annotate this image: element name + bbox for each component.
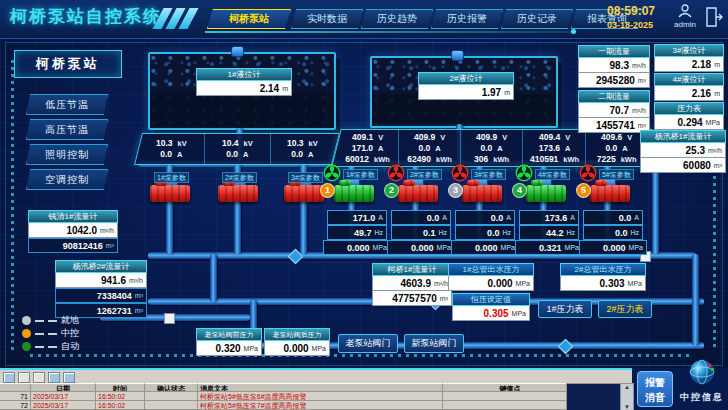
pump4-fan-status-icon bbox=[515, 164, 533, 182]
app-title: 柯桥泵站自控系统 bbox=[10, 5, 162, 28]
pump-left-3-body[interactable] bbox=[284, 185, 324, 202]
alarm-scrollbar[interactable]: ▲ ▼ bbox=[620, 383, 634, 410]
pump3-frequency: 0.0 bbox=[487, 228, 500, 238]
old-station-back-pressure-panel: 老泵站阀后压力 0.000MPa bbox=[264, 328, 330, 356]
tank1-level-value: 2.14 bbox=[260, 83, 279, 94]
alarm-row[interactable]: 71 2025/03/17 16:50:02 柯桥泵站5#低压泵6#温度高高报警 bbox=[0, 392, 620, 401]
pump-left-1-body[interactable] bbox=[150, 185, 190, 202]
pump2-body[interactable] bbox=[398, 185, 438, 202]
lv-meter-box: 409.1V 171.0A 60012kWh 409.9V 0.0A 62490… bbox=[331, 129, 652, 167]
pump3-pressure: 0.000 bbox=[475, 243, 498, 253]
pump1-body[interactable] bbox=[334, 185, 374, 202]
gauge2-button[interactable]: 2#压力表 bbox=[598, 300, 652, 318]
yangxunqiao1-flow-total: 60080 bbox=[683, 160, 711, 171]
scroll-down-icon[interactable]: ▼ bbox=[624, 404, 630, 410]
alarm-grid: 日期 时间 确认状态 消息文本 键值点 71 2025/03/17 16:50:… bbox=[0, 383, 620, 410]
pump1-mode-badge: 1 bbox=[320, 183, 335, 198]
qianqing1-flow-panel: 钱清1#流量计 1042.0m³/h 90812416m³ bbox=[28, 210, 118, 253]
legend-local-dot bbox=[22, 316, 31, 325]
pressure-gauge-value: 0.294 bbox=[678, 117, 703, 128]
pipe-right-riser-2 bbox=[692, 254, 699, 346]
logout-icon[interactable] bbox=[706, 7, 723, 27]
gauge1-button[interactable]: 1#压力表 bbox=[538, 300, 592, 318]
pump4-frequency: 44.2 bbox=[546, 228, 564, 238]
legend-central-label: 中控 bbox=[61, 327, 79, 340]
keqiao1-flow-total: 47757570 bbox=[392, 293, 437, 304]
tab-history-trend[interactable]: 历史趋势 bbox=[361, 9, 433, 29]
keqiao1-flow-label: 柯桥1#流量计 bbox=[372, 263, 452, 276]
lv-meter-2: 409.9V 0.0A 62490kWh bbox=[399, 130, 461, 166]
alarm-ack-icon[interactable] bbox=[18, 372, 30, 383]
pump4-body[interactable] bbox=[526, 185, 566, 202]
pump-left-1-label[interactable]: 1#泵参数 bbox=[154, 172, 189, 183]
phase1-flow-panel: 一期流量 98.3m³/h 2945280m³ bbox=[578, 45, 650, 88]
lv-meter-5: 409.6V 0.0A 7225kWh bbox=[586, 130, 647, 166]
pipe-mid-riser-1 bbox=[210, 254, 217, 302]
outlet1-pressure-panel: 1#总管出水压力 0.000MPa bbox=[448, 263, 534, 291]
alarm-toolbar bbox=[0, 372, 75, 382]
keqiao1-flow-rate: 4603.9 bbox=[400, 278, 431, 289]
tab-history-alarm[interactable]: 历史报警 bbox=[431, 9, 503, 29]
outlet1-pressure-value: 0.000 bbox=[488, 278, 513, 289]
pump3-body[interactable] bbox=[462, 185, 502, 202]
old-station-valve-button[interactable]: 老泵站阀门 bbox=[338, 334, 398, 353]
pump3-fan-status-icon bbox=[451, 164, 469, 182]
pump2-mode-badge: 2 bbox=[384, 183, 399, 198]
phase2-flow-label: 二期流量 bbox=[578, 90, 650, 103]
globe-icon bbox=[688, 358, 716, 386]
outlet1-pressure-label: 1#总管出水压力 bbox=[448, 263, 534, 276]
alarm-first-icon[interactable] bbox=[48, 372, 60, 383]
sidebar-item-lighting[interactable]: 照明控制 bbox=[26, 144, 108, 165]
pump3-current: 0.0 bbox=[491, 213, 504, 223]
pump3-params-label[interactable]: 3#泵参数 bbox=[471, 169, 506, 180]
old-station-front-pressure-value: 0.320 bbox=[216, 343, 241, 354]
manual-valve-icon[interactable] bbox=[164, 313, 175, 324]
new-station-valve-button[interactable]: 新泵站阀门 bbox=[404, 334, 464, 353]
alarm-last-icon[interactable] bbox=[63, 372, 75, 383]
pressure-setpoint-value: 0.305 bbox=[484, 308, 509, 319]
tab-keqiao-station[interactable]: 柯桥泵站 bbox=[207, 9, 291, 29]
scada-canvas: 柯桥泵站 低压节温 高压节温 照明控制 空调控制 bbox=[0, 38, 728, 368]
pump2-frequency: 0.1 bbox=[423, 228, 436, 238]
phase2-flow-rate: 70.7 bbox=[610, 105, 629, 116]
pump1-params-label[interactable]: 1#泵参数 bbox=[343, 169, 378, 180]
scroll-up-icon[interactable]: ▲ bbox=[624, 384, 630, 391]
pump-right-1: 1#泵参数 1 171.0A 49.7Hz 0.000MPa bbox=[320, 164, 388, 262]
pump-left-2-label[interactable]: 2#泵参数 bbox=[222, 172, 257, 183]
alarm-mute-button[interactable]: 报警 消音 bbox=[637, 371, 673, 407]
phase2-flow-total: 1455741 bbox=[596, 120, 635, 131]
date: 03-18-2025 bbox=[607, 20, 653, 30]
pump2-params-label[interactable]: 2#泵参数 bbox=[407, 169, 442, 180]
alarm-row[interactable]: 72 2025/03/17 16:50:02 柯桥泵站5#低压泵7#温度高高报警 bbox=[0, 401, 620, 410]
user-icon bbox=[677, 4, 693, 18]
pressure-gauge-label: 压力表 bbox=[654, 102, 724, 115]
phase1-flow-rate: 98.3 bbox=[610, 60, 629, 71]
pump-right-2: 2#泵参数 2 0.0A 0.1Hz 0.000MPa bbox=[384, 164, 452, 262]
pump5-params-label[interactable]: 5#泵参数 bbox=[599, 169, 634, 180]
pump-right-3: 3#泵参数 3 0.0A 0.0Hz 0.000MPa bbox=[448, 164, 516, 262]
pump5-body[interactable] bbox=[590, 185, 630, 202]
lv-meter-3: 409.9V 0.0A 306kWh bbox=[461, 130, 523, 166]
tank2-level-value: 1.97 bbox=[482, 87, 501, 98]
header: 柯桥泵站自控系统 柯桥泵站 实时数据 历史趋势 历史报警 历史记录 报表查询 0… bbox=[0, 0, 728, 39]
sidebar-item-hvac[interactable]: 空调控制 bbox=[26, 169, 108, 190]
pump4-params-label[interactable]: 4#泵参数 bbox=[535, 169, 570, 180]
yangxunqiao2-flow-total2: 1262731 bbox=[97, 306, 132, 316]
alarm-ack-all-icon[interactable] bbox=[33, 372, 45, 383]
sidebar-item-hv-temp[interactable]: 高压节温 bbox=[26, 119, 108, 140]
tank2-level-panel: 2#液位计 1.97m bbox=[418, 72, 514, 100]
level4-panel: 4#液位计 2.16m bbox=[654, 73, 724, 101]
tab-history-record[interactable]: 历史记录 bbox=[501, 9, 573, 29]
username: admin bbox=[668, 20, 702, 29]
pump5-fan-status-icon bbox=[579, 164, 597, 182]
pump-left-3-label[interactable]: 3#泵参数 bbox=[288, 172, 323, 183]
pressure-gauge-panel: 压力表 0.294MPa bbox=[654, 102, 724, 130]
level3-value: 2.18 bbox=[692, 59, 711, 70]
pump-left-2-body[interactable] bbox=[218, 185, 258, 202]
pressure-setpoint-label: 恒压设定值 bbox=[452, 293, 530, 306]
alarm-list-icon[interactable] bbox=[3, 372, 15, 383]
old-station-back-pressure-value: 0.000 bbox=[284, 343, 309, 354]
header-divider-line bbox=[205, 31, 573, 33]
tab-realtime-data[interactable]: 实时数据 bbox=[291, 9, 363, 29]
sidebar-item-lv-temp[interactable]: 低压节温 bbox=[26, 94, 108, 115]
